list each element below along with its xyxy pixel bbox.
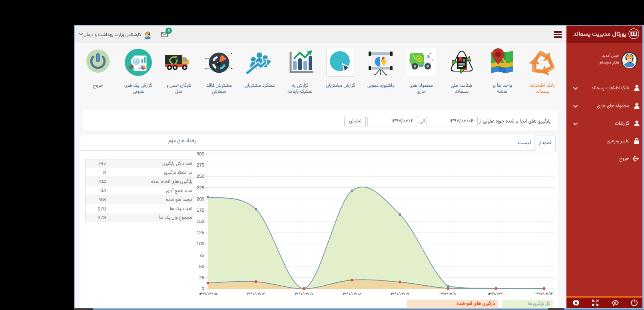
svg-text:175: 175 (197, 208, 204, 213)
svg-text:25: 25 (199, 275, 204, 280)
svg-text:275: 275 (197, 163, 204, 167)
svg-text:75: 75 (199, 253, 204, 258)
svg-text:250: 250 (197, 174, 204, 179)
svg-text:0: 0 (202, 286, 204, 291)
svg-text:150: 150 (197, 219, 204, 224)
svg-text:200: 200 (197, 197, 204, 201)
svg-text:125: 125 (197, 230, 204, 235)
svg-text:300: 300 (197, 151, 204, 156)
svg-text:225: 225 (197, 185, 204, 190)
svg-text:50: 50 (199, 264, 204, 269)
svg-text:100: 100 (197, 241, 204, 246)
